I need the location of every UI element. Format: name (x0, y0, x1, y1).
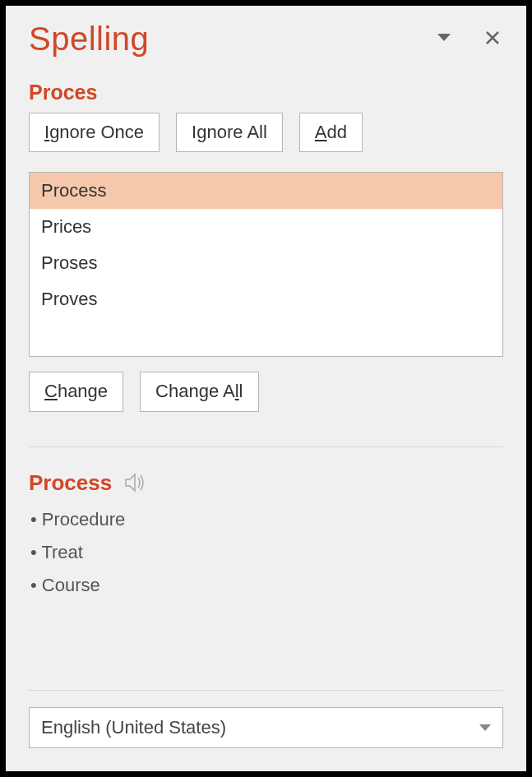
add-button[interactable]: Add (299, 113, 363, 152)
change-button-row: Change Change All (29, 372, 503, 411)
suggestion-item[interactable]: Process (30, 173, 502, 209)
pane-title: Spelling (29, 21, 149, 58)
svg-marker-0 (437, 34, 451, 41)
svg-marker-3 (126, 474, 135, 491)
divider (29, 446, 503, 447)
language-text: English (United States) (41, 717, 226, 738)
misspelled-word: Proces (29, 81, 503, 104)
pane-header: Spelling (29, 21, 503, 58)
synonym-item: Procedure (30, 509, 503, 530)
ignore-all-button[interactable]: Ignore All (176, 113, 283, 152)
selected-word-row: Process (29, 470, 503, 496)
suggestion-item[interactable]: Prices (30, 209, 502, 245)
synonym-item: Course (30, 575, 503, 596)
speaker-icon[interactable] (125, 473, 146, 493)
svg-marker-4 (479, 724, 491, 731)
suggestion-item[interactable]: Proves (30, 281, 502, 317)
ignore-once-button[interactable]: Ignore Once (29, 113, 160, 152)
change-all-button[interactable]: Change All (140, 372, 258, 411)
spelling-pane: Spelling Proces Ignore Once Ignore All A… (6, 6, 526, 771)
language-select[interactable]: English (United States) (29, 707, 503, 748)
ignore-button-row: Ignore Once Ignore All Add (29, 113, 503, 152)
chevron-down-icon (479, 720, 491, 735)
suggestions-list: Process Prices Proses Proves (29, 172, 503, 357)
pane-options-icon[interactable] (437, 34, 451, 42)
close-icon[interactable] (485, 30, 500, 45)
synonym-item: Treat (30, 542, 503, 563)
divider (29, 690, 503, 691)
selected-word: Process (29, 470, 112, 496)
change-button[interactable]: Change (29, 372, 123, 411)
header-icons (437, 30, 500, 45)
synonyms-list: Procedure Treat Course (29, 509, 503, 608)
suggestion-item[interactable]: Proses (30, 245, 502, 281)
